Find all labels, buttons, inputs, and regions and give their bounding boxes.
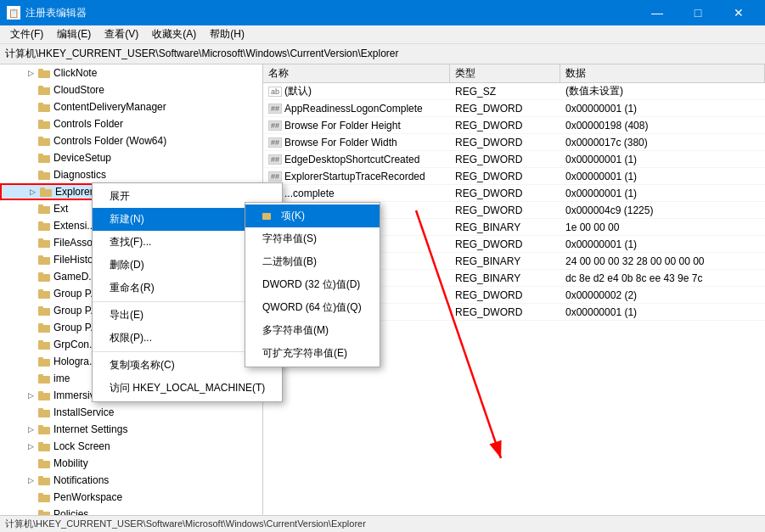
svg-rect-35: [38, 357, 43, 361]
tree-label: ImmersiveShell: [53, 389, 123, 401]
tree-item-filehisto[interactable]: FileHisto...: [0, 251, 262, 268]
tree-label: Policies: [53, 508, 88, 515]
tree-label: Ext: [53, 203, 68, 215]
tree-item-mobility[interactable]: Mobility: [0, 455, 262, 472]
svg-rect-45: [38, 442, 43, 445]
menu-edit[interactable]: 编辑(E): [50, 25, 98, 43]
tree-label: CloudStore: [53, 84, 104, 96]
tree-label: ContentDeliveryManager: [53, 101, 166, 113]
svg-rect-1: [38, 69, 43, 72]
svg-rect-21: [38, 238, 43, 242]
tree-item-extensi[interactable]: Extensi...: [0, 217, 262, 234]
reg-entry-appreadiness[interactable]: ## AppReadinessLogonComplete REG_DWORD 0…: [263, 100, 765, 117]
menu-help[interactable]: 帮助(H): [203, 25, 251, 43]
reg-entry-dword3[interactable]: ## ... REG_DWORD 0x00000002 (2): [263, 287, 765, 304]
minimize-button[interactable]: —: [638, 0, 677, 25]
tree-item-cloudstore[interactable]: CloudStore: [0, 81, 262, 98]
col-header-type[interactable]: 类型: [450, 64, 560, 82]
tree-item-contentdelivery[interactable]: ContentDeliveryManager: [0, 98, 262, 115]
svg-rect-29: [38, 306, 43, 310]
tree-item-ime[interactable]: ime: [0, 370, 262, 387]
svg-rect-19: [38, 221, 43, 225]
reg-entry-usersignedin[interactable]: ## UserSignedIn REG_DWORD 0x00000001 (1): [263, 304, 765, 321]
tree-label: PenWorkspace: [53, 491, 122, 503]
reg-entry-complete[interactable]: ## ...complete REG_DWORD 0x00000001 (1): [263, 185, 765, 202]
svg-rect-17: [38, 204, 43, 208]
tree-item-lock-screen[interactable]: ▷ Lock Screen: [0, 438, 262, 455]
app-icon: 📋: [7, 6, 20, 20]
svg-rect-25: [38, 272, 43, 276]
tree-label: FileAsso...: [53, 237, 101, 249]
menu-favorites[interactable]: 收藏夹(A): [145, 25, 203, 43]
tree-item-controls[interactable]: Controls Folder: [0, 115, 262, 132]
svg-rect-11: [38, 154, 43, 157]
tree-label: Controls Folder (Wow64): [53, 135, 166, 147]
title-bar: 📋 注册表编辑器 — □ ✕: [0, 0, 765, 25]
tree-item-gamed[interactable]: GameD...: [0, 268, 262, 285]
tree-item-group1[interactable]: Group P...: [0, 285, 262, 302]
svg-rect-41: [38, 408, 43, 412]
reg-entry-dword2[interactable]: ## ... REG_BINARY 24 00 00 00 32 28 00 0…: [263, 253, 765, 270]
tree-label: GameD...: [53, 271, 97, 283]
tree-item-devicesetup[interactable]: DeviceSetup: [0, 149, 262, 166]
app-title: 注册表编辑器: [25, 6, 87, 20]
tree-label: Internet Settings: [53, 423, 127, 435]
tree-label: Hologra...: [53, 356, 98, 367]
tree-item-diagnostics[interactable]: Diagnostics: [0, 166, 262, 183]
tree-label: Diagnostics: [53, 169, 106, 181]
svg-rect-3: [38, 86, 43, 89]
svg-rect-37: [38, 374, 43, 378]
reg-entry-explorer-startup[interactable]: ## ExplorerStartupTraceRecorded REG_DWOR…: [263, 168, 765, 185]
reg-entry-browse-width[interactable]: ## Browse For Folder Width REG_DWORD 0x0…: [263, 134, 765, 151]
status-text: 计算机\HKEY_CURRENT_USER\Software\Microsoft…: [5, 518, 366, 530]
tree-label: Explorer: [55, 186, 93, 198]
reg-entry-binary1[interactable]: ## ... REG_BINARY 1e 00 00 00: [263, 219, 765, 236]
tree-label: Notifications: [53, 474, 109, 486]
menu-file[interactable]: 文件(F): [3, 25, 50, 43]
tree-item-clicknote[interactable]: ▷ ClickNote: [0, 64, 262, 81]
tree-item-internet-settings[interactable]: ▷ Internet Settings: [0, 421, 262, 438]
svg-rect-53: [38, 510, 43, 513]
tree-item-installservice[interactable]: InstallService: [0, 404, 262, 421]
maximize-button[interactable]: □: [678, 0, 717, 25]
svg-rect-49: [38, 476, 43, 479]
tree-item-penworkspace[interactable]: PenWorkspace: [0, 489, 262, 506]
reg-entry-1225[interactable]: ## ... REG_DWORD 0x000004c9 (1225): [263, 202, 765, 219]
tree-label: Controls Folder: [53, 118, 123, 130]
tree-item-grpcon[interactable]: GrpCon...: [0, 336, 262, 353]
tree-label: Group P...: [53, 288, 98, 300]
svg-rect-31: [38, 323, 43, 327]
tree-item-hologra[interactable]: Hologra...: [0, 353, 262, 370]
tree-panel: ▷ ClickNote CloudStore ContentDeliveryMa…: [0, 64, 263, 515]
reg-entry-default[interactable]: ab (默认) REG_SZ (数值未设置): [263, 83, 765, 100]
right-panel: 名称 类型 数据 ab (默认) REG_SZ (数值未设置) ## AppRe…: [263, 64, 765, 515]
col-header-name[interactable]: 名称: [263, 64, 450, 82]
address-bar: 计算机\HKEY_CURRENT_USER\Software\Microsoft…: [0, 44, 765, 64]
svg-rect-7: [38, 120, 43, 123]
tree-item-controls-wow64[interactable]: Controls Folder (Wow64): [0, 132, 262, 149]
tree-item-explorer[interactable]: ▷ Explorer: [0, 183, 262, 200]
tree-label: InstallService: [53, 406, 114, 418]
svg-rect-51: [38, 493, 43, 496]
tree-item-policies[interactable]: Policies: [0, 506, 262, 515]
tree-item-group2[interactable]: Group P...: [0, 302, 262, 319]
reg-entry-ntries[interactable]: ## ...ntries REG_BINARY dc 8e d2 e4 0b 8…: [263, 270, 765, 287]
reg-entry-dword1[interactable]: ## ... REG_DWORD 0x00000001 (1): [263, 236, 765, 253]
close-button[interactable]: ✕: [719, 0, 758, 25]
tree-item-ext[interactable]: Ext: [0, 200, 262, 217]
svg-rect-47: [38, 459, 43, 462]
main-content: ▷ ClickNote CloudStore ContentDeliveryMa…: [0, 64, 765, 515]
menu-view[interactable]: 查看(V): [98, 25, 145, 43]
svg-rect-27: [38, 289, 43, 293]
reg-entry-edge[interactable]: ## EdgeDesktopShortcutCreated REG_DWORD …: [263, 151, 765, 168]
col-header-data[interactable]: 数据: [560, 64, 765, 82]
tree-item-fileasso[interactable]: FileAsso...: [0, 234, 262, 251]
tree-item-group3[interactable]: Group P...: [0, 319, 262, 336]
tree-item-immersiveshell[interactable]: ▷ ImmersiveShell: [0, 387, 262, 404]
tree-item-notifications[interactable]: ▷ Notifications: [0, 472, 262, 489]
tree-label: GrpCon...: [53, 339, 98, 350]
address-path: 计算机\HKEY_CURRENT_USER\Software\Microsoft…: [5, 47, 398, 61]
tree-label: DeviceSetup: [53, 152, 111, 164]
svg-rect-13: [38, 171, 43, 174]
reg-entry-browse-height[interactable]: ## Browse For Folder Height REG_DWORD 0x…: [263, 117, 765, 134]
